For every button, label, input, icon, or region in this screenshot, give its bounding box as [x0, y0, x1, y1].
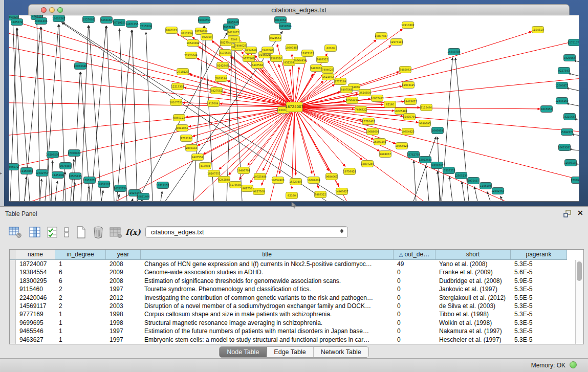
table-row[interactable]: 1456911722003Disruption of a novel membe… [16, 302, 575, 310]
column-header-year[interactable]: year [106, 250, 141, 260]
table-cell[interactable]: 1 [55, 319, 106, 327]
graph-edge[interactable] [487, 192, 490, 201]
graph-edge[interactable] [426, 166, 429, 201]
table-cell[interactable]: Yano et al. (2008) [435, 260, 511, 268]
table-cell[interactable]: 18724007 [16, 260, 55, 268]
graph-edge[interactable] [25, 177, 26, 201]
graph-edge[interactable] [294, 107, 362, 160]
new-column-icon[interactable] [74, 225, 88, 239]
graph-edge[interactable] [161, 191, 162, 201]
table-row[interactable]: 1938455462009Genome-wide association stu… [16, 268, 575, 276]
graph-edge[interactable] [132, 199, 133, 201]
table-cell[interactable]: 0 [394, 336, 435, 344]
table-cell[interactable]: 49 [394, 260, 435, 268]
table-cell[interactable]: 5.3E-5 [511, 336, 567, 344]
graph-edge[interactable] [567, 88, 579, 95]
table-cell[interactable]: 1997 [106, 336, 141, 344]
table-row[interactable]: 1830029562008Estimation of significance … [16, 277, 575, 285]
table-cell[interactable]: 1 [55, 336, 106, 344]
table-cell[interactable]: 9463627 [16, 336, 55, 344]
graph-edge[interactable] [248, 107, 294, 165]
table-cell[interactable]: 1998 [106, 310, 141, 318]
graph-edge[interactable] [132, 30, 137, 201]
table-cell[interactable]: 5.3E-5 [511, 319, 567, 327]
graph-edge[interactable] [146, 32, 153, 201]
graph-edge[interactable] [13, 23, 19, 201]
table-cell[interactable]: 2008 [106, 260, 141, 268]
graph-edge[interactable] [449, 177, 452, 201]
table-cell[interactable]: 0 [394, 277, 435, 285]
table-row[interactable]: 2242004622012Investigating the contribut… [16, 294, 575, 302]
table-cell[interactable]: 19384554 [16, 268, 55, 276]
table-cell[interactable]: 22420046 [16, 294, 55, 302]
graph-edge[interactable] [9, 102, 294, 107]
graph-edge[interactable] [219, 107, 294, 169]
panel-collapse-arrow[interactable]: ▸ [0, 171, 2, 176]
table-cell[interactable]: Estimation of significance thresholds fo… [141, 277, 394, 285]
table-cell[interactable]: Corpus callosum shape and size in male p… [141, 310, 394, 318]
column-header-indegree[interactable]: in_degree [55, 250, 106, 260]
float-window-icon[interactable] [563, 210, 572, 217]
table-settings-icon[interactable] [8, 225, 23, 239]
close-panel-icon[interactable]: ✕ [577, 209, 583, 217]
table-row[interactable]: 946362711997Embryonic stem cells: a mode… [16, 336, 575, 344]
table-cell[interactable]: de Silva et al. (2003) [435, 302, 511, 310]
table-cell[interactable]: 1998 [106, 319, 141, 327]
graph-edge[interactable] [9, 107, 294, 172]
table-cell[interactable]: Dudbridge et al. (2008) [435, 277, 511, 285]
table-cell[interactable]: 5.3E-5 [511, 260, 567, 268]
graph-edge[interactable] [211, 107, 294, 162]
table-cell[interactable]: Genome-wide association studies in ADHD. [141, 268, 394, 276]
graph-edge[interactable] [89, 26, 101, 201]
graph-edge[interactable] [569, 149, 579, 152]
tab-edge-table[interactable]: Edge Table [267, 347, 313, 357]
table-cell[interactable]: 5.3E-5 [511, 310, 567, 318]
table-cell[interactable]: 2012 [106, 294, 141, 302]
graph-edge[interactable] [10, 28, 17, 201]
table-cell[interactable]: 1 [55, 327, 106, 335]
table-cell[interactable]: 0 [394, 294, 435, 302]
table-cell[interactable]: 5.3E-5 [511, 327, 567, 335]
table-cell[interactable]: 0 [394, 285, 435, 293]
graph-edge[interactable] [294, 107, 579, 183]
table-cell[interactable]: 1997 [106, 327, 141, 335]
table-cell[interactable]: Disruption of a novel member of a sodium… [141, 302, 394, 310]
table-cell[interactable]: Wolkin et al. (1998) [435, 319, 511, 327]
import-table-icon[interactable] [108, 225, 123, 239]
table-cell[interactable]: 5.3E-5 [511, 302, 567, 310]
table-cell[interactable]: Tourette syndrome. Phenomenology and cla… [141, 285, 394, 293]
graph-edge[interactable] [197, 58, 294, 107]
show-columns-icon[interactable] [28, 225, 42, 239]
graph-edge[interactable] [462, 182, 465, 201]
graph-edge[interactable] [438, 137, 440, 201]
table-cell[interactable]: Embryonic stem cells: a model to study s… [141, 336, 394, 344]
table-cell[interactable]: 2009 [106, 268, 141, 276]
table-cell[interactable]: 5.9E-5 [511, 277, 567, 285]
graph-edge[interactable] [294, 107, 318, 188]
table-cell[interactable]: 9699695 [16, 319, 55, 327]
graph-edge[interactable] [233, 28, 242, 201]
table-cell[interactable]: 18300295 [16, 277, 55, 285]
graph-edge[interactable] [294, 67, 299, 107]
table-cell[interactable]: 0 [394, 268, 435, 276]
graph-edge[interactable] [567, 103, 579, 110]
select-rows-icon[interactable] [45, 225, 59, 239]
column-header-name[interactable]: name [16, 250, 55, 260]
table-cell[interactable]: Nakamura et al. (1997) [435, 327, 511, 335]
table-cell[interactable]: 0 [394, 319, 435, 327]
graph-edge[interactable] [81, 26, 89, 201]
table-cell[interactable]: Changes of HCN gene expression and I(f) … [141, 260, 394, 268]
table-cell[interactable]: 5.6E-5 [511, 268, 567, 276]
table-cell[interactable]: 1 [55, 260, 106, 268]
table-cell[interactable]: 9465546 [16, 327, 55, 335]
table-cell[interactable]: 5.3E-5 [511, 285, 567, 293]
graph-edge[interactable] [91, 26, 106, 201]
row-stack-icon[interactable] [59, 225, 74, 239]
tab-network-table[interactable]: Network Table [314, 347, 368, 357]
graph-edge[interactable] [101, 190, 103, 201]
table-cell[interactable]: 2003 [106, 302, 141, 310]
network-view-canvas[interactable]: 9463627145691171405572208914061065326715… [9, 15, 579, 202]
delete-column-icon[interactable] [91, 225, 105, 239]
graph-edge[interactable] [117, 30, 132, 201]
graph-edge[interactable] [292, 107, 294, 189]
